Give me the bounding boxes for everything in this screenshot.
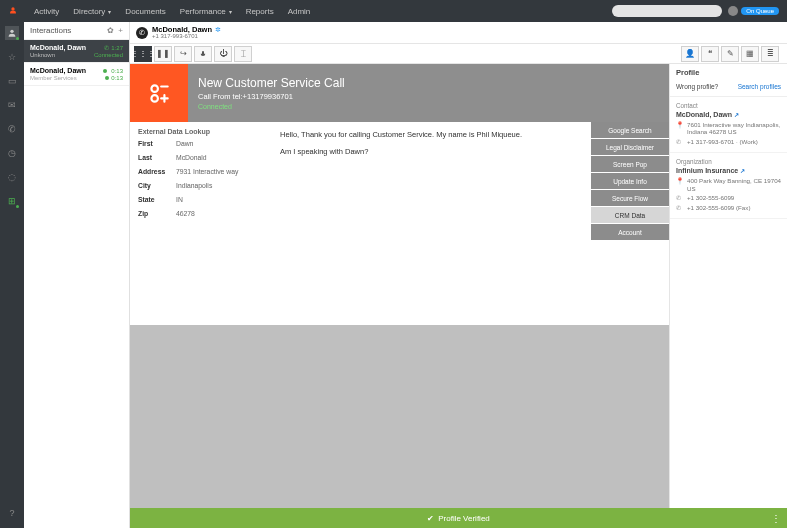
contact-name: McDonald, Dawn↗ bbox=[676, 111, 781, 118]
nav-directory[interactable]: Directory▾ bbox=[67, 7, 117, 16]
chevron-down-icon: ▾ bbox=[229, 8, 232, 15]
caller-header: ✆ McDonald, Dawn✲ +1 317-993-6701 bbox=[130, 22, 787, 44]
check-icon: ✔ bbox=[427, 514, 434, 523]
external-link-icon[interactable]: ↗ bbox=[740, 168, 745, 174]
action-google-search[interactable]: Google Search bbox=[591, 122, 669, 138]
script-tool-button[interactable]: ≣ bbox=[761, 46, 779, 62]
user-menu[interactable]: On Queue bbox=[728, 6, 779, 16]
org-label: Organization bbox=[676, 158, 781, 165]
profile-tool-button[interactable]: 👤 bbox=[681, 46, 699, 62]
queue-status-badge[interactable]: On Queue bbox=[741, 7, 779, 15]
secure-button[interactable]: ⌶ bbox=[234, 46, 252, 62]
pin-icon: 📍 bbox=[676, 177, 683, 192]
script-actions: Google Search Legal Disclaimer Screen Po… bbox=[591, 122, 669, 325]
global-search-input[interactable] bbox=[612, 5, 722, 17]
svg-point-1 bbox=[10, 30, 13, 33]
favorite-icon[interactable]: ✲ bbox=[215, 26, 221, 33]
org-name: Infinium Insurance↗ bbox=[676, 167, 781, 174]
profile-verified-bar[interactable]: ✔ Profile Verified ⋮ bbox=[130, 508, 787, 528]
action-legal-disclaimer[interactable]: Legal Disclaimer bbox=[591, 139, 669, 155]
end-call-button[interactable]: ⏻ bbox=[214, 46, 232, 62]
search-profiles-link[interactable]: Search profiles bbox=[738, 83, 781, 90]
interactions-title: Interactions bbox=[30, 26, 71, 35]
call-hero: New Customer Service Call Call From tel:… bbox=[130, 64, 669, 122]
interaction-card[interactable]: McDonald, Dawn✆1:27 UnknownConnected bbox=[24, 40, 129, 63]
hold-button[interactable]: ❚❚ bbox=[154, 46, 172, 62]
interaction-card[interactable]: McDonald, Dawn0:13 Member Services0:13 bbox=[24, 63, 129, 86]
interactions-add-icon[interactable]: + bbox=[118, 26, 123, 35]
script-area: Hello, Thank you for calling Customer Se… bbox=[270, 122, 591, 325]
left-rail: ☆ ▭ ✉ ✆ ◷ ◌ ⊞ ? bbox=[0, 22, 24, 528]
script-line: Am I speaking with Dawn? bbox=[280, 147, 581, 156]
rail-apps-icon[interactable]: ⊞ bbox=[5, 194, 19, 208]
action-secure-flow[interactable]: Secure Flow bbox=[591, 190, 669, 206]
main-area: ✆ McDonald, Dawn✲ +1 317-993-6701 ⋮⋮⋮ ❚❚… bbox=[130, 22, 787, 528]
edit-tool-button[interactable]: ✎ bbox=[721, 46, 739, 62]
rail-clock-icon[interactable]: ◷ bbox=[5, 146, 19, 160]
nav-admin[interactable]: Admin bbox=[282, 7, 317, 16]
action-screen-pop[interactable]: Screen Pop bbox=[591, 156, 669, 172]
avatar bbox=[728, 6, 738, 16]
rail-inbox-icon[interactable]: ▭ bbox=[5, 74, 19, 88]
phone-icon: ✆ bbox=[676, 194, 683, 201]
nav-reports[interactable]: Reports bbox=[240, 7, 280, 16]
nav-performance[interactable]: Performance▾ bbox=[174, 7, 238, 16]
top-nav: Activity Directory▾ Documents Performanc… bbox=[28, 7, 316, 16]
mute-button[interactable] bbox=[194, 46, 212, 62]
svg-point-0 bbox=[11, 7, 14, 10]
external-link-icon[interactable]: ↗ bbox=[734, 112, 739, 118]
more-icon[interactable]: ⋮ bbox=[771, 513, 781, 524]
phone-icon: ✆ bbox=[104, 44, 109, 51]
profile-panel: Profile Wrong profile? Search profiles C… bbox=[669, 64, 787, 528]
rail-star-icon[interactable]: ☆ bbox=[5, 50, 19, 64]
hero-subtitle: Call From tel:+13179936701 bbox=[198, 92, 345, 101]
contact-label: Contact bbox=[676, 102, 781, 109]
svg-point-4 bbox=[151, 95, 158, 102]
svg-point-3 bbox=[151, 85, 158, 92]
nav-activity[interactable]: Activity bbox=[28, 7, 65, 16]
phone-icon: ✆ bbox=[136, 27, 148, 39]
dialpad-button[interactable]: ⋮⋮⋮ bbox=[134, 46, 152, 62]
hero-status: Connected bbox=[198, 103, 345, 110]
script-line: Hello, Thank you for calling Customer Se… bbox=[280, 130, 581, 139]
action-update-info[interactable]: Update Info bbox=[591, 173, 669, 189]
quote-tool-button[interactable]: ❝ bbox=[701, 46, 719, 62]
call-toolbar: ⋮⋮⋮ ❚❚ ↪ ⏻ ⌶ 👤 ❝ ✎ ▦ ≣ bbox=[130, 44, 787, 64]
lookup-heading: External Data Lookup bbox=[138, 128, 262, 135]
app-logo bbox=[8, 6, 18, 16]
caller-number: +1 317-993-6701 bbox=[152, 33, 221, 39]
rail-mail-icon[interactable]: ✉ bbox=[5, 98, 19, 112]
transfer-button[interactable]: ↪ bbox=[174, 46, 192, 62]
phone-icon: ✆ bbox=[676, 138, 683, 145]
interactions-panel: Interactions ✿ + McDonald, Dawn✆1:27 Unk… bbox=[24, 22, 130, 528]
call-type-icon bbox=[130, 64, 188, 122]
chevron-down-icon: ▾ bbox=[108, 8, 111, 15]
schedule-tool-button[interactable]: ▦ bbox=[741, 46, 759, 62]
top-navbar: Activity Directory▾ Documents Performanc… bbox=[0, 0, 787, 22]
rail-phone-icon[interactable]: ✆ bbox=[5, 122, 19, 136]
action-crm-data[interactable]: CRM Data bbox=[591, 207, 669, 223]
nav-documents[interactable]: Documents bbox=[119, 7, 171, 16]
profile-title: Profile bbox=[670, 64, 787, 81]
interactions-settings-icon[interactable]: ✿ bbox=[107, 26, 114, 35]
hero-title: New Customer Service Call bbox=[198, 76, 345, 90]
phone-icon: ✆ bbox=[676, 204, 683, 211]
wrong-profile-label: Wrong profile? bbox=[676, 83, 718, 90]
data-lookup-panel: External Data Lookup FirstDawn LastMcDon… bbox=[130, 122, 270, 325]
rail-help-icon[interactable]: ? bbox=[5, 506, 19, 520]
action-account[interactable]: Account bbox=[591, 224, 669, 240]
rail-profile-icon[interactable] bbox=[5, 26, 19, 40]
rail-chat-icon[interactable]: ◌ bbox=[5, 170, 19, 184]
pin-icon: 📍 bbox=[676, 121, 683, 136]
